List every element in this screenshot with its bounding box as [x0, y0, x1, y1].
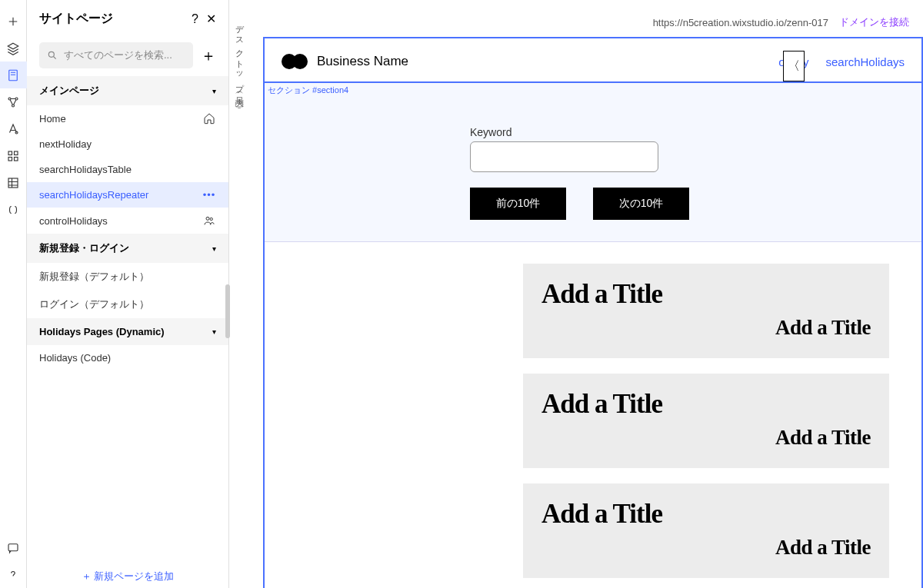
svg-rect-10 [8, 543, 18, 550]
svg-point-2 [15, 98, 18, 100]
item-title-main: Add a Title [541, 279, 871, 310]
rail-chat-icon[interactable] [0, 534, 27, 561]
site-logo[interactable] [282, 54, 308, 69]
section-body[interactable]: セクション #section4 Keyword 前の10件 次の10件 [265, 83, 921, 242]
nav-link-search[interactable]: searchHolidays [825, 55, 905, 68]
page-item-searchholidaysrepeater[interactable]: searchHolidaysRepeater ••• [27, 182, 228, 208]
svg-rect-0 [9, 70, 18, 81]
nav-prev-arrow[interactable]: 〈 [783, 51, 805, 81]
page-item-searchholidaystable[interactable]: searchHolidaysTable [27, 157, 228, 182]
repeater-item[interactable]: Add a Title Add a Title [523, 374, 889, 468]
keyword-label: Keyword [470, 126, 716, 138]
svg-rect-5 [8, 151, 12, 155]
repeater: Add a Title Add a Title Add a Title Add … [265, 242, 921, 578]
svg-rect-7 [8, 157, 12, 161]
search-placeholder: すべてのページを検索... [64, 48, 172, 62]
rail-data-icon[interactable] [0, 169, 27, 196]
svg-point-1 [8, 98, 11, 100]
connect-domain-link[interactable]: ドメインを接続 [839, 15, 909, 29]
section-signup-login[interactable]: 新規登録・ログイン ▾ [27, 234, 228, 263]
business-name: Business Name [317, 54, 408, 69]
rail-code-icon[interactable] [0, 196, 27, 223]
device-icon [234, 99, 245, 112]
page-item-controlholidays[interactable]: controlHolidays [27, 208, 228, 234]
site-url: https://n5creation.wixstudio.io/zenn-017 [653, 17, 828, 28]
rail-apps-icon[interactable] [0, 142, 27, 169]
more-icon[interactable]: ••• [202, 189, 216, 201]
canvas-area: https://n5creation.wixstudio.io/zenn-017… [249, 0, 923, 588]
svg-rect-9 [8, 178, 18, 188]
repeater-item[interactable]: Add a Title Add a Title [523, 483, 889, 578]
page-item-nextholiday[interactable]: nextHoliday [27, 131, 228, 157]
chevron-down-icon: ▾ [212, 87, 216, 95]
svg-rect-6 [15, 151, 18, 155]
rail-pages-icon[interactable] [0, 61, 27, 88]
item-title-sub: Add a Title [541, 426, 871, 450]
item-title-main: Add a Title [541, 389, 871, 420]
svg-point-3 [12, 105, 15, 107]
chevron-down-icon: ▾ [212, 327, 216, 336]
item-title-sub: Add a Title [541, 316, 871, 340]
section-indicator: セクション #section4 [268, 85, 348, 96]
resize-handle[interactable] [225, 284, 230, 338]
page-item-holidays-code[interactable]: Holidays (Code) [27, 345, 228, 370]
svg-rect-14 [235, 102, 242, 107]
rail-text-icon[interactable] [0, 115, 27, 142]
sidebar-title: サイトページ [39, 11, 184, 27]
chevron-down-icon: ▾ [212, 244, 216, 253]
breakpoint-label: デスクトップ（最大 [234, 20, 245, 93]
keyword-input[interactable] [470, 141, 658, 172]
repeater-item[interactable]: Add a Title Add a Title [523, 264, 889, 358]
prev-10-button[interactable]: 前の10件 [470, 188, 566, 220]
page-item-login-default[interactable]: ログイン（デフォルト） [27, 291, 228, 318]
page-item-home[interactable]: Home [27, 105, 228, 131]
search-input[interactable]: すべてのページを検索... [39, 42, 193, 68]
svg-rect-8 [15, 157, 18, 161]
help-icon[interactable]: ? [192, 12, 198, 26]
svg-point-11 [48, 51, 54, 57]
home-icon [202, 112, 216, 125]
rail-layers-icon[interactable] [0, 35, 27, 61]
site-header: Business Name oliday searchHolidays 〈 [265, 38, 921, 83]
site-frame: Business Name oliday searchHolidays 〈 セク… [263, 37, 923, 588]
section-main-pages[interactable]: メインページ ▾ [27, 76, 228, 105]
item-title-sub: Add a Title [541, 536, 871, 560]
page-item-signup-default[interactable]: 新規登録（デフォルト） [27, 263, 228, 291]
rail-connections-icon[interactable] [0, 88, 27, 115]
breakpoint-strip: デスクトップ（最大 [229, 0, 249, 588]
svg-point-13 [210, 218, 212, 220]
add-page-icon[interactable]: ＋ [201, 45, 216, 66]
add-new-page-button[interactable]: ＋ 新規ページを追加 [27, 559, 228, 588]
section-holidays-dynamic[interactable]: Holidays Pages (Dynamic) ▾ [27, 318, 228, 345]
close-icon[interactable]: ✕ [206, 12, 216, 26]
rail-add-icon[interactable] [0, 8, 27, 35]
icon-rail [0, 0, 27, 588]
members-icon [202, 214, 216, 227]
svg-point-12 [206, 217, 209, 220]
item-title-main: Add a Title [541, 499, 871, 530]
pages-sidebar: サイトページ ? ✕ すべてのページを検索... ＋ メインページ ▾ Home… [27, 0, 229, 588]
next-10-button[interactable]: 次の10件 [593, 188, 689, 220]
rail-help-icon[interactable] [0, 561, 27, 588]
